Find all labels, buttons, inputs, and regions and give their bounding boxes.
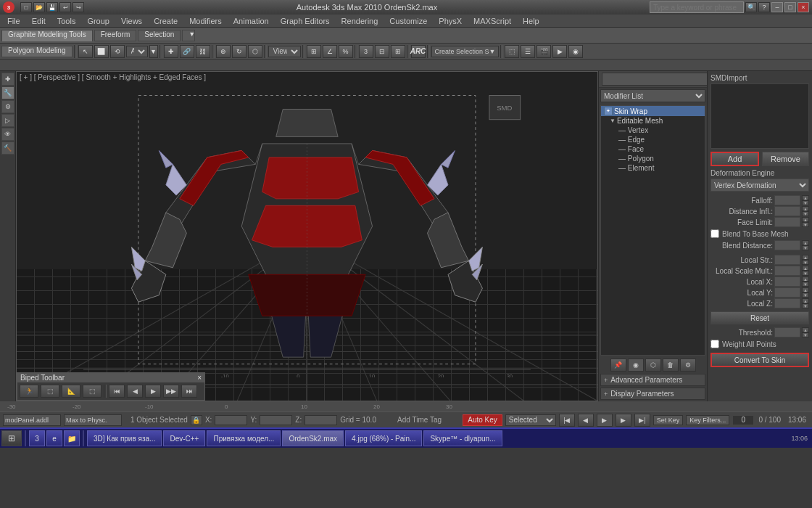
display-tab[interactable]: 👁 — [1, 128, 14, 141]
menu-graph-editors[interactable]: Graph Editors — [275, 15, 336, 28]
menu-group[interactable]: Group — [81, 15, 115, 28]
search-input[interactable] — [650, 1, 744, 13]
auto-key-btn[interactable]: Auto Key — [463, 414, 502, 426]
local-x-spinner[interactable]: ▲ ▼ — [802, 276, 809, 287]
menu-customize[interactable]: Customize — [384, 15, 433, 28]
pb-next-frame[interactable]: ▶▶ — [163, 385, 179, 398]
distance-infl-spinner[interactable]: ▲ ▼ — [802, 206, 809, 216]
angle-snap[interactable]: ∠ — [323, 45, 337, 58]
tab-graphite-modeling[interactable]: Graphite Modeling Tools — [1, 30, 93, 41]
task-3d-priv[interactable]: 3D] Как прив яза... — [87, 430, 162, 446]
local-str-input[interactable]: 1.0 — [774, 255, 800, 265]
redo-btn[interactable]: ↪ — [72, 2, 84, 12]
select-tool[interactable]: ↖ — [78, 45, 93, 58]
remove-button[interactable]: Remove — [762, 152, 809, 166]
threshold-spinner[interactable]: ▲ ▼ — [802, 327, 809, 337]
unlink-select[interactable]: ⛓ — [196, 45, 210, 58]
undo-btn[interactable]: ↩ — [59, 2, 71, 12]
blend-distance-input[interactable]: 5.0 — [774, 240, 800, 250]
z-coord-input[interactable] — [304, 415, 337, 425]
tab-polygon-modeling[interactable]: Polygon Modeling — [1, 46, 72, 57]
search-icon[interactable]: 🔍 — [745, 2, 757, 12]
array[interactable]: ⊞ — [391, 45, 405, 58]
play-btn[interactable]: ▶ — [597, 414, 613, 427]
hierarchy-tab[interactable]: ⚙ — [1, 100, 14, 113]
named-sets[interactable]: ⬚ — [505, 45, 519, 58]
task-3ds-icon[interactable]: 3 — [29, 430, 45, 446]
key-filter-btn[interactable]: Key Filters... — [686, 415, 729, 425]
mirror[interactable]: ⊟ — [375, 45, 389, 58]
next-frame-btn[interactable]: ▶ — [616, 414, 631, 427]
key-mode-toggle[interactable]: Set Key — [653, 415, 684, 425]
menu-edit[interactable]: Edit — [26, 15, 51, 28]
local-scale-input[interactable]: 1.0 — [774, 266, 800, 276]
falloff-input[interactable]: 1.0 — [774, 195, 800, 205]
help-icon[interactable]: ? — [758, 2, 770, 12]
modifier-vertex[interactable]: — Vertex — [601, 126, 705, 135]
blend-base-mesh-checkbox[interactable] — [710, 229, 719, 238]
task-folder-icon[interactable]: 📁 — [64, 430, 80, 446]
new-btn[interactable]: □ — [20, 2, 32, 12]
display-parameters-header[interactable]: + Display Parameters — [600, 388, 705, 400]
falloff-spinner[interactable]: ▲ ▼ — [802, 195, 809, 205]
menu-rendering[interactable]: Rendering — [336, 15, 384, 28]
modifier-editable-mesh[interactable]: ▼ Editable Mesh — [601, 116, 705, 126]
pb-prev-key[interactable]: ⏮ — [109, 385, 125, 398]
menu-physx[interactable]: PhysX — [433, 15, 468, 28]
motion-tab[interactable]: ▷ — [1, 114, 14, 127]
blend-distance-spinner[interactable]: ▲ ▼ — [802, 240, 809, 250]
pb-next-key[interactable]: ⏭ — [181, 385, 197, 398]
distance-infl-input[interactable]: 1.2 — [774, 206, 800, 216]
object-name-input[interactable]: old03 — [602, 73, 707, 86]
menu-maxscript[interactable]: MAXScript — [468, 15, 517, 28]
create-selection-set[interactable]: Create Selection S▼ — [431, 46, 500, 57]
tab-selection[interactable]: Selection — [138, 30, 181, 41]
select-region[interactable]: ⬜ — [94, 45, 109, 58]
reset-button[interactable]: Reset — [710, 311, 809, 324]
task-ordenск2[interactable]: OrdenSk2.max — [282, 430, 344, 446]
task-model[interactable]: Привязка модел... — [207, 430, 281, 446]
menu-views[interactable]: Views — [115, 15, 148, 28]
render-setup[interactable]: 🎬 — [536, 45, 551, 58]
scale-tool[interactable]: ⬡ — [248, 45, 262, 58]
playback-close-btn[interactable]: × — [197, 374, 202, 382]
threshold-input[interactable]: 5.0 — [774, 327, 800, 337]
smd-listbox[interactable] — [710, 83, 809, 149]
tab-extra[interactable]: ▼ — [182, 30, 195, 41]
task-devcpp[interactable]: Dev-C++ — [163, 430, 205, 446]
menu-help[interactable]: Help — [517, 15, 545, 28]
pb-icon4[interactable]: ⬚ — [83, 385, 102, 398]
modifier-face[interactable]: — Face — [601, 144, 705, 154]
x-coord-input[interactable] — [215, 415, 247, 425]
menu-file[interactable]: File — [1, 15, 26, 28]
modifier-polygon[interactable]: — Polygon — [601, 154, 705, 163]
go-end-btn[interactable]: ▶| — [634, 414, 650, 427]
lock-icon[interactable]: 🔒 — [191, 415, 202, 425]
modifier-list-combo[interactable]: Modifier List — [600, 89, 705, 102]
pb-prev-frame[interactable]: ◀ — [127, 385, 143, 398]
remove-modifier-btn[interactable]: 🗑 — [663, 359, 679, 372]
percent-snap[interactable]: % — [339, 45, 353, 58]
go-start-btn[interactable]: |◀ — [559, 414, 575, 427]
prev-frame-btn[interactable]: ◀ — [578, 414, 594, 427]
deformation-engine-combo[interactable]: Vertex Deformation — [710, 179, 809, 192]
convert-to-skin-button[interactable]: Convert To Skin — [710, 353, 809, 367]
task-ie-icon[interactable]: e — [46, 430, 62, 446]
modifier-edge[interactable]: — Edge — [601, 135, 705, 144]
view-combo[interactable]: View — [268, 46, 301, 57]
viewport[interactable]: [ + ] [ Perspective ] [ Smooth + Highlig… — [16, 71, 598, 401]
frame-counter[interactable] — [732, 415, 754, 425]
configure-btn[interactable]: ⚙ — [680, 359, 696, 372]
render[interactable]: ▶ — [552, 45, 567, 58]
filter-combo[interactable]: ▼ — [149, 45, 158, 58]
make-unique-btn[interactable]: ⬡ — [645, 359, 661, 372]
timeline-ruler[interactable]: -30 -20 -10 0 10 20 30 — [0, 401, 812, 411]
add-button[interactable]: Add — [710, 152, 759, 166]
advanced-parameters-header[interactable]: + Advanced Parameters — [600, 374, 705, 386]
save-btn[interactable]: 💾 — [46, 2, 58, 12]
tab-freeform[interactable]: Freeform — [94, 30, 137, 41]
snap-toggle[interactable]: ⊞ — [307, 45, 321, 58]
show-end-result-btn[interactable]: ◉ — [628, 359, 644, 372]
start-button[interactable]: ⊞ — [1, 430, 22, 446]
select-object[interactable]: ✚ — [164, 45, 178, 58]
